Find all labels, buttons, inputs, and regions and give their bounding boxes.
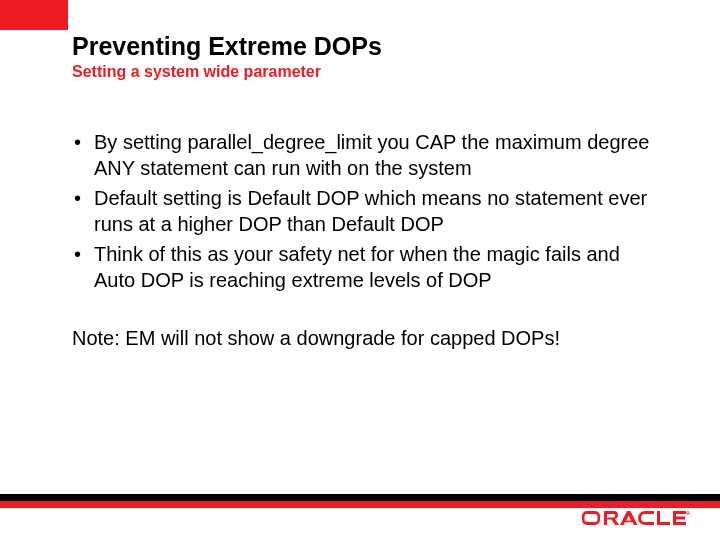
brand-accent-square [0, 0, 68, 30]
bullet-list: By setting parallel_degree_limit you CAP… [72, 129, 650, 293]
footer-bar [0, 494, 720, 508]
slide-note: Note: EM will not show a downgrade for c… [72, 325, 650, 351]
list-item: By setting parallel_degree_limit you CAP… [72, 129, 650, 181]
slide-subtitle: Setting a system wide parameter [72, 63, 650, 81]
slide-title: Preventing Extreme DOPs [72, 32, 650, 61]
slide-content: Preventing Extreme DOPs Setting a system… [72, 32, 650, 351]
list-item: Think of this as your safety net for whe… [72, 241, 650, 293]
list-item: Default setting is Default DOP which mea… [72, 185, 650, 237]
oracle-logo-icon: R [582, 510, 692, 528]
slide-footer: R [0, 494, 720, 534]
